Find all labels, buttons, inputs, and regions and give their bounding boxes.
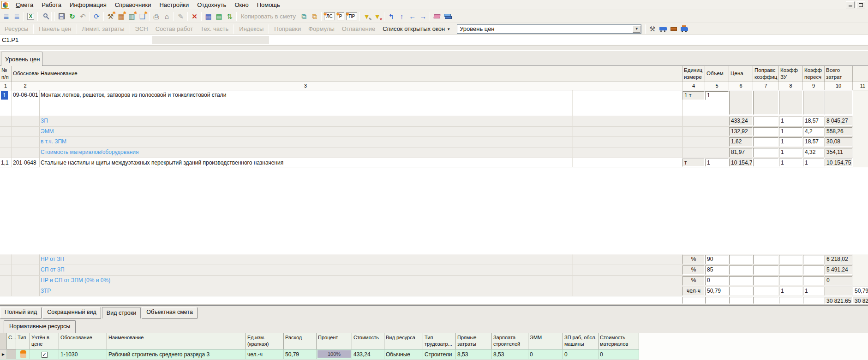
cell-vol[interactable]: 1 <box>705 159 729 166</box>
cell-unit[interactable]: чел-ч <box>682 287 705 295</box>
app-icon[interactable] <box>1 1 9 9</box>
move-up-icon[interactable]: ↑ <box>396 12 407 22</box>
cell-c9[interactable] <box>803 266 824 275</box>
cell-c8[interactable]: 1 <box>779 117 802 126</box>
filter-clear-icon[interactable]: ▼✕ <box>372 12 383 22</box>
menu-informatsiya[interactable]: Информация <box>66 0 111 10</box>
cell-c11[interactable] <box>853 137 868 148</box>
cell-total[interactable]: 30 821,65 <box>825 297 852 304</box>
materials-icon[interactable]: ▦ <box>116 12 126 22</box>
cell-c7[interactable] <box>753 266 778 275</box>
cell-c9[interactable]: 1 <box>803 159 824 166</box>
cell-price[interactable] <box>729 297 753 304</box>
cell-price[interactable]: 433,24 <box>729 117 753 126</box>
equipment-icon[interactable]: ▥ <box>126 12 137 22</box>
estimate-subrow[interactable]: ЭММ132,9214,2558,26 <box>0 127 868 137</box>
cell-total[interactable]: 5 491,24 <box>825 266 852 275</box>
cell-price[interactable]: 132,92 <box>729 127 753 136</box>
cell-c7[interactable] <box>753 91 778 115</box>
books-blue-icon[interactable] <box>442 12 453 22</box>
hammer-icon[interactable]: ⚒ <box>647 24 658 34</box>
excel-export-icon[interactable]: X <box>25 12 36 22</box>
menu-otdokhnut[interactable]: Отдохнуть <box>193 0 230 10</box>
subrow-label[interactable]: СП от ЗП <box>41 266 569 273</box>
cell-vol[interactable]: 85 <box>705 266 729 275</box>
subrow-label[interactable]: НР и СП от ЗПМ (0% и 0%) <box>41 277 569 283</box>
cell-c11[interactable] <box>853 116 868 127</box>
cell-price[interactable] <box>729 266 753 275</box>
cell-c11[interactable] <box>853 265 868 276</box>
cell-total[interactable]: 30,08 <box>825 137 852 147</box>
cell-c11[interactable] <box>853 148 868 158</box>
tab-price-level[interactable]: Уровень цен <box>1 52 42 66</box>
sort-icon[interactable]: ⇅ <box>224 12 235 22</box>
paste-icon[interactable]: ⧉ <box>309 12 320 22</box>
cell-total[interactable]: 354,11 <box>825 148 852 157</box>
pr-button[interactable]: ПР <box>346 12 357 20</box>
estimate-subrow[interactable]: НР и СП от ЗПМ (0% и 0%)%00 <box>0 276 868 286</box>
cell-c8[interactable] <box>779 297 802 304</box>
cell-c8[interactable] <box>779 255 802 264</box>
filter-edit-icon[interactable]: ▼✎ <box>361 12 372 22</box>
cell-included[interactable]: ✓ <box>30 349 59 360</box>
cell-c8[interactable] <box>779 266 802 275</box>
cell-code[interactable]: 09-06-001-2 <box>13 92 38 98</box>
works-icon[interactable]: ⚒ <box>105 12 116 22</box>
tab-full-view[interactable]: Полный вид <box>0 307 42 319</box>
update-prices-icon[interactable]: ⟳ <box>91 12 102 22</box>
menu-nastroyki[interactable]: Настройки <box>155 0 193 10</box>
included-checkbox[interactable]: ✓ <box>42 352 48 358</box>
cell-code[interactable]: 201-0648 <box>13 159 38 166</box>
cell-total[interactable] <box>825 287 852 295</box>
cell-c7[interactable] <box>753 255 778 264</box>
subrow-label[interactable]: ЭММ <box>41 128 569 135</box>
cell-c11[interactable] <box>853 254 868 265</box>
search-icon[interactable] <box>39 12 50 22</box>
estimate-subrow[interactable]: ЗП433,24118,578 045,27 <box>0 116 868 127</box>
print-icon[interactable]: ⎙ <box>151 12 162 22</box>
delete-icon[interactable]: ✕ <box>189 12 200 22</box>
cell-vol[interactable] <box>705 297 729 304</box>
totals-row[interactable]: 30 821,6530 82 <box>0 296 868 305</box>
cell-num[interactable]: 1,1 <box>1 159 11 166</box>
cell-c7[interactable] <box>753 297 778 304</box>
move-first-icon[interactable]: ↰ <box>386 12 396 22</box>
cell-c8[interactable] <box>779 91 802 115</box>
tab-object-estimate[interactable]: Объектная смета <box>142 307 198 319</box>
maximize-button[interactable] <box>856 1 865 8</box>
estimate-subrow[interactable]: в т.ч. ЗПМ1,62118,5730,08 <box>0 137 868 148</box>
cell-direct-costs[interactable]: 8,53 <box>456 349 492 360</box>
menu-smeta[interactable]: Смета <box>12 0 37 10</box>
cell-price[interactable] <box>729 287 753 295</box>
cell-price[interactable]: 81,97 <box>729 148 753 157</box>
cell-name[interactable]: Монтаж лотков, решеток, затворов из поло… <box>41 92 569 98</box>
cell-c11[interactable]: 30 82 <box>853 297 868 304</box>
cell-c9[interactable]: 4,32 <box>803 148 824 157</box>
save-icon[interactable] <box>56 12 67 22</box>
cell-price[interactable]: 10 154,7 <box>729 159 753 166</box>
expand-tree-icon[interactable]: ≣ <box>1 12 12 22</box>
subrow-label[interactable]: ЗТР <box>41 288 569 294</box>
cell-c9[interactable]: 18,57 <box>803 137 824 147</box>
cell-unit[interactable]: % <box>682 276 705 285</box>
tab-row-view[interactable]: Вид строки <box>102 307 141 319</box>
cell-c7[interactable] <box>753 287 778 295</box>
minimize-button[interactable] <box>846 1 855 8</box>
tab-short-view[interactable]: Сокращенный вид <box>42 307 101 319</box>
combobox-dropdown-icon[interactable]: ▼ <box>633 25 641 33</box>
cell-vol[interactable]: 0 <box>705 276 729 285</box>
cell-c8[interactable]: 1 <box>779 287 802 295</box>
cell-c7[interactable] <box>753 117 778 126</box>
tab-normative-resources[interactable]: Нормативные ресурсы <box>4 320 76 333</box>
cell-c8[interactable]: 1 <box>779 127 802 136</box>
cell-total[interactable] <box>825 91 852 115</box>
comment-icon[interactable]: ❑ <box>137 12 148 22</box>
cell-total[interactable]: 558,26 <box>825 127 852 136</box>
cell-price[interactable] <box>729 91 753 115</box>
cell-c11[interactable] <box>853 276 868 286</box>
estimate-row-item[interactable]: 1,1201-0648Стальные настилы и щиты между… <box>0 158 868 167</box>
cell-c7[interactable] <box>753 127 778 136</box>
cell-price[interactable] <box>729 255 753 264</box>
selected-cell[interactable]: 1 <box>1 91 8 100</box>
cell-c7[interactable] <box>753 148 778 157</box>
